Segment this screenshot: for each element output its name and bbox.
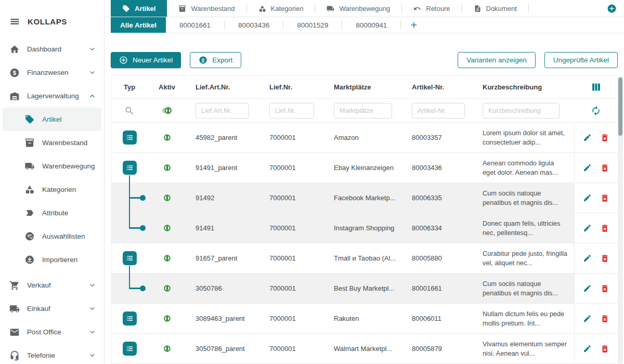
search-icon[interactable]: [124, 106, 135, 116]
sidebar-item-importieren[interactable]: Importieren: [3, 248, 101, 271]
sidebar-item-warenbewegung[interactable]: Warenbewegung: [3, 154, 101, 178]
sidebar-item-kategorien[interactable]: Kategorien: [3, 178, 101, 201]
sidebar-item-telefonie[interactable]: Telefonie: [0, 344, 104, 364]
column-header-label: Aktiv: [159, 83, 175, 91]
sidebar-item-dashboard[interactable]: Dashboard: [0, 37, 104, 61]
variant-list-button[interactable]: [123, 342, 137, 356]
chevron-down-icon: [88, 68, 97, 77]
edit-button[interactable]: [583, 254, 592, 263]
subtab-80001661[interactable]: 80001661: [166, 17, 224, 33]
delete-button[interactable]: [600, 254, 609, 263]
table-row[interactable]: 30507867000001Best Buy Marketpl...800016…: [111, 274, 618, 304]
edit-button[interactable]: [583, 163, 592, 172]
column-header-lief-nr: Lief.Nr.: [260, 76, 324, 98]
cell-text: 80003436: [412, 164, 442, 172]
row-actions: [574, 274, 618, 303]
tab-warenbestand[interactable]: Warenbestand: [167, 0, 246, 17]
variant-list-button[interactable]: [123, 311, 137, 326]
tab-artikel[interactable]: Artikel: [111, 0, 167, 17]
row-aktiv-cell: [148, 213, 186, 243]
filter-input-lief-nr[interactable]: [269, 103, 314, 119]
add-article-tab-button[interactable]: [409, 20, 419, 30]
column-header-label: Artikel-Nr.: [412, 83, 444, 91]
table-row[interactable]: 91491_parent7000001Ebay Kleinanzeigen800…: [111, 153, 618, 183]
row-artikel-nr: 80006334: [402, 213, 473, 243]
sidebar-item-lagerverwaltung[interactable]: Lagerverwaltung: [0, 84, 104, 108]
tab-label: Warenbewegung: [339, 5, 390, 12]
tab-label: Retoure: [426, 5, 450, 12]
menu-icon[interactable]: [9, 16, 20, 27]
variant-list-button[interactable]: [123, 251, 137, 265]
edit-button[interactable]: [583, 224, 592, 232]
delete-button[interactable]: [600, 344, 609, 354]
export-button[interactable]: Export: [190, 52, 241, 68]
home-icon: [9, 44, 20, 55]
row-lief-nr: 7000001: [260, 243, 324, 273]
subtab-80001529[interactable]: 80001529: [283, 17, 342, 33]
filter-input-artikel-nr[interactable]: [412, 103, 465, 119]
unverified-articles-button[interactable]: Ungeprüfte Artikel: [544, 52, 618, 68]
row-typ-cell: [111, 304, 148, 333]
edit-button[interactable]: [583, 314, 592, 323]
table-row[interactable]: 914917000001Instagram Shopping80006334Do…: [111, 213, 618, 243]
variant-list-button[interactable]: [123, 161, 137, 175]
sidebar-item-artikel[interactable]: Artikel: [3, 108, 101, 131]
edit-button[interactable]: [583, 284, 592, 293]
subtab-alle-artikel[interactable]: Alle Artikel: [111, 17, 166, 33]
sidebar-item-verkauf[interactable]: Verkauf: [0, 274, 104, 297]
edit-button[interactable]: [583, 133, 592, 142]
cell-text: Amazon: [334, 134, 359, 141]
delete-button[interactable]: [600, 133, 609, 142]
filter-input-marktpl-tze[interactable]: [334, 103, 392, 119]
export-label: Export: [212, 56, 232, 64]
tab-kategorien[interactable]: Kategorien: [247, 0, 315, 17]
subtab-80000941[interactable]: 80000941: [342, 17, 400, 33]
column-header-lief-art-nr: Lief.Art.Nr.: [186, 76, 260, 98]
table-row[interactable]: 91657_parent7000001Tmall и Taobao (Al...…: [111, 243, 618, 274]
cell-text: 80001661: [412, 284, 442, 292]
filter-kurzbeschreibung: [473, 99, 574, 122]
delete-button[interactable]: [600, 163, 609, 173]
sidebar-item-label: Kategorien: [42, 186, 94, 193]
delete-button[interactable]: [600, 224, 609, 233]
article-subtabbar: Alle Artikel8000166180003436800015298000…: [105, 17, 624, 33]
filter-input-lief-art-nr[interactable]: [196, 103, 249, 119]
sidebar-item-post-office[interactable]: Post Office: [0, 320, 104, 344]
tab-warenbewegung[interactable]: Warenbewegung: [315, 0, 401, 17]
delete-button[interactable]: [600, 314, 609, 323]
edit-button[interactable]: [583, 344, 592, 353]
columns-icon[interactable]: [591, 82, 602, 93]
sidebar-item-auswahllisten[interactable]: Auswahllisten: [3, 225, 101, 248]
sidebar-item-warenbestand[interactable]: Warenbestand: [3, 131, 101, 154]
filter-artikel-nr: [402, 99, 473, 122]
truck-icon: [327, 5, 334, 12]
scrollbar-thumb[interactable]: [618, 77, 622, 136]
active-status-icon: [163, 284, 171, 292]
add-tab-button[interactable]: [607, 4, 617, 14]
tab-retoure[interactable]: Retoure: [402, 0, 461, 17]
table-row[interactable]: 3089463_parent7000001Rakuten80006011Null…: [111, 304, 618, 334]
edit-button[interactable]: [583, 193, 592, 202]
refresh-icon[interactable]: [591, 106, 601, 116]
table-row[interactable]: 3050786_parent7000001Walmart Marketpl...…: [111, 334, 618, 364]
subtab-divider: [400, 21, 401, 30]
tag-icon: [122, 5, 130, 12]
table-row[interactable]: 45982_parent7000001Amazon80003357Lorem i…: [111, 123, 618, 153]
sidebar-item-finanzwesen[interactable]: $Finanzwesen: [0, 61, 104, 84]
subtab-80003436[interactable]: 80003436: [225, 17, 283, 33]
delete-button[interactable]: [600, 284, 609, 293]
row-kurzbeschreibung: Cum sociis natoque penatibus et magnis d…: [473, 274, 574, 303]
active-filter-icon[interactable]: [160, 106, 174, 115]
variant-list-button[interactable]: [123, 131, 137, 145]
filter-input-kurzbeschreibung[interactable]: [483, 103, 560, 119]
new-article-button[interactable]: Neuer Artikel: [111, 52, 181, 68]
sidebar-item-einkauf[interactable]: Einkauf: [0, 297, 104, 320]
row-lief-art-nr: 91492: [186, 183, 260, 213]
show-variants-button[interactable]: Varianten anzeigen: [458, 52, 535, 68]
table-row[interactable]: 914927000001Facebook Marketp...80006335C…: [111, 183, 618, 213]
tab-dokument[interactable]: Dokument: [462, 0, 528, 17]
delete-button[interactable]: [600, 193, 609, 203]
tree-line: [129, 213, 131, 228]
toolbar-right: Varianten anzeigen Ungeprüfte Artikel: [458, 52, 618, 68]
sidebar-item-attribute[interactable]: Attribute: [3, 201, 101, 225]
